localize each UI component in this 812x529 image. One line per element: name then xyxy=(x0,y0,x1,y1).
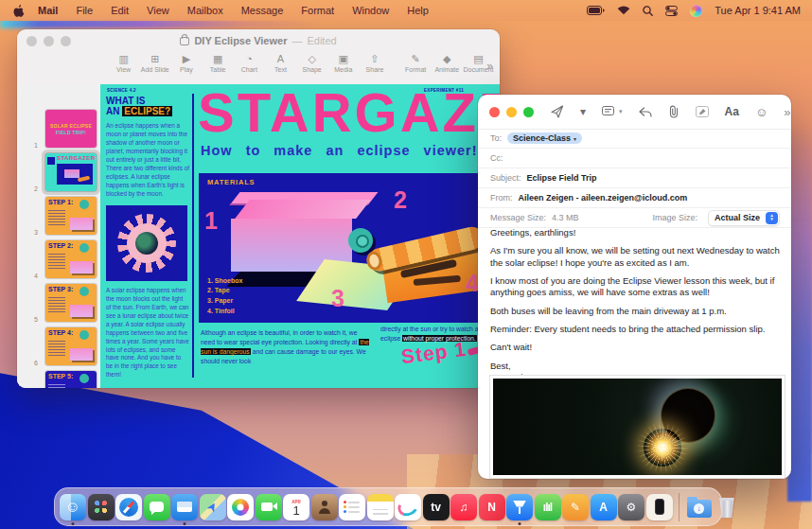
slide-thumbnail[interactable]: STEP 1: xyxy=(45,197,97,235)
message-body[interactable]: Greetings, earthlings!As I'm sure you al… xyxy=(490,227,782,390)
subject-field[interactable]: Subject: Eclipse Field Trip xyxy=(478,168,791,188)
send-icon[interactable] xyxy=(551,105,564,118)
slide-thumbnail[interactable]: STEP 2: xyxy=(45,240,97,278)
battery-icon[interactable] xyxy=(587,6,605,15)
slide-thumbnail[interactable]: SOLAR ECLIPSEFIELD TRIP! xyxy=(45,110,97,148)
dock-item-mail[interactable] xyxy=(171,494,198,520)
menu-item-file[interactable]: File xyxy=(76,5,93,16)
recipient-token[interactable]: Science-Class▾ xyxy=(507,132,582,144)
toolbar-share-button[interactable]: ⇧Share xyxy=(359,54,390,73)
toolbar-text-button[interactable]: AText xyxy=(265,54,296,73)
dock-item-appletv[interactable]: tv xyxy=(423,494,450,520)
wifi-icon[interactable] xyxy=(617,6,630,15)
thumb-title-line: SOLAR ECLIPSE xyxy=(50,123,92,129)
header-fields-icon[interactable]: ▾ xyxy=(602,106,623,117)
overflow-icon[interactable]: » xyxy=(784,105,790,119)
toolbar-animate-button[interactable]: ◆Animate xyxy=(432,54,463,73)
dock-item-safari[interactable] xyxy=(115,494,142,520)
dock-item-appstore[interactable]: A xyxy=(591,494,617,520)
slide-thumbnail[interactable]: STEP 3: xyxy=(45,284,97,322)
toolbar-label: Shape xyxy=(302,66,321,73)
dock-item-pages[interactable]: ✎ xyxy=(562,494,589,520)
warning-text-left: Although an eclipse is beautiful, in ord… xyxy=(201,328,373,365)
image-size-select[interactable]: Actual Size ▲▼ xyxy=(708,210,780,226)
menu-item-mail[interactable]: Mail xyxy=(38,5,58,16)
minimize-button[interactable] xyxy=(506,107,517,117)
dock-item-trash[interactable] xyxy=(714,494,740,520)
dock-item-downloads[interactable]: ↓ xyxy=(686,494,713,520)
menu-item-mailbox[interactable]: Mailbox xyxy=(187,5,223,16)
dock-item-settings[interactable]: ⚙ xyxy=(618,494,644,520)
dock-item-freeform[interactable] xyxy=(395,494,421,520)
dock-item-iphone-mirroring[interactable] xyxy=(646,494,673,520)
slide-thumbnail-row-3[interactable]: 3STEP 1: xyxy=(17,196,100,238)
document-icon: ▤ xyxy=(473,54,483,64)
item-number-4: 4 xyxy=(466,270,479,297)
slide-thumbnail-row-1[interactable]: 1SOLAR ECLIPSEFIELD TRIP! xyxy=(17,109,100,150)
menu-clock[interactable]: Tue Apr 1 9:41 AM xyxy=(715,5,801,16)
toolbar-format-button[interactable]: ✎Format xyxy=(400,54,432,73)
toolbar-shape-button[interactable]: ◇Shape xyxy=(296,54,327,73)
menu-item-view[interactable]: View xyxy=(147,5,169,16)
dock-item-numbers[interactable]: ılıl xyxy=(535,494,561,520)
dock-item-keynote[interactable] xyxy=(506,494,533,520)
toolbar-view-button[interactable]: ▥View xyxy=(108,54,139,73)
format-icon[interactable]: Aa xyxy=(725,105,739,118)
dock-item-contacts[interactable] xyxy=(311,494,338,520)
dock-item-messages[interactable] xyxy=(144,494,170,520)
slide-thumbnail-row-5[interactable]: 5STEP 3: xyxy=(17,283,100,325)
keynote-traffic-lights xyxy=(26,36,71,46)
reminder-line xyxy=(344,505,360,508)
dock-item-photos[interactable] xyxy=(227,494,254,520)
control-center-icon[interactable] xyxy=(665,6,678,16)
close-button[interactable] xyxy=(26,36,37,46)
minimize-button[interactable] xyxy=(44,36,54,46)
toolbar-overflow-icon[interactable]: » xyxy=(486,60,493,73)
emoji-icon[interactable]: ☺ xyxy=(755,105,768,119)
toolbar-chart-button[interactable]: ◔Chart xyxy=(234,54,265,73)
slide-thumbnail[interactable]: STEP 5: xyxy=(45,371,97,388)
siri-icon[interactable] xyxy=(690,5,702,17)
dock-item-music[interactable]: ♫ xyxy=(450,494,477,520)
close-button[interactable] xyxy=(489,107,500,117)
to-field[interactable]: To: Science-Class▾ xyxy=(478,129,791,149)
toolbar-media-button[interactable]: ▣Media xyxy=(327,54,359,73)
slide-thumbnail[interactable]: STEP 4: xyxy=(45,327,97,365)
menu-item-window[interactable]: Window xyxy=(352,5,389,16)
dock-item-facetime[interactable] xyxy=(256,494,282,520)
toolbar-label: Format xyxy=(405,66,426,73)
dock-item-reminders[interactable] xyxy=(339,494,365,520)
cc-field[interactable]: Cc: xyxy=(478,149,791,168)
slide-canvas[interactable]: SCIENCE 4.2 EXPERIMENT #11 WHAT IS AN EC… xyxy=(100,84,500,388)
zoom-button[interactable] xyxy=(61,36,71,46)
dock-item-maps[interactable] xyxy=(200,494,226,520)
downloads-folder: ↓ xyxy=(687,500,712,518)
eclipse-photo-attachment[interactable] xyxy=(489,375,786,479)
slide-thumbnail-row-2[interactable]: 2STARGAZER xyxy=(17,152,100,194)
from-field[interactable]: From: Aileen Zeigen - aileen.zeigen@iclo… xyxy=(478,188,791,208)
dock-item-finder[interactable]: ☺ xyxy=(60,494,86,520)
dock-item-calendar[interactable]: APR1 xyxy=(283,494,309,520)
slide-thumbnail[interactable]: STARGAZER xyxy=(45,153,97,191)
slide-thumbnail-row-6[interactable]: 6STEP 4: xyxy=(17,326,100,368)
menu-item-help[interactable]: Help xyxy=(407,5,429,16)
thumb-mini-box xyxy=(70,261,93,273)
apple-menu-icon[interactable] xyxy=(13,5,25,17)
markup-icon[interactable] xyxy=(696,106,709,117)
dock-item-launchpad[interactable] xyxy=(88,494,115,520)
slide-thumbnail-row-7[interactable]: 7STEP 5: xyxy=(17,370,100,388)
toolbar-play-button[interactable]: ▶Play xyxy=(170,54,202,73)
attach-icon[interactable] xyxy=(668,105,680,118)
slide-thumbnail-row-4[interactable]: 4STEP 2: xyxy=(17,239,100,281)
menu-item-message[interactable]: Message xyxy=(241,5,284,16)
toolbar-add-slide-button[interactable]: ⊞Add Slide xyxy=(139,54,170,73)
send-chevron-icon[interactable]: ▾ xyxy=(580,105,586,118)
menu-item-edit[interactable]: Edit xyxy=(111,5,129,16)
spotlight-icon[interactable] xyxy=(643,6,653,16)
dock-item-news[interactable]: N xyxy=(479,494,505,520)
menu-item-format[interactable]: Format xyxy=(301,5,334,16)
zoom-button[interactable] xyxy=(523,107,534,117)
reply-icon[interactable] xyxy=(639,107,652,117)
toolbar-table-button[interactable]: ▦Table xyxy=(203,54,234,73)
dock-item-notes[interactable] xyxy=(367,494,394,520)
